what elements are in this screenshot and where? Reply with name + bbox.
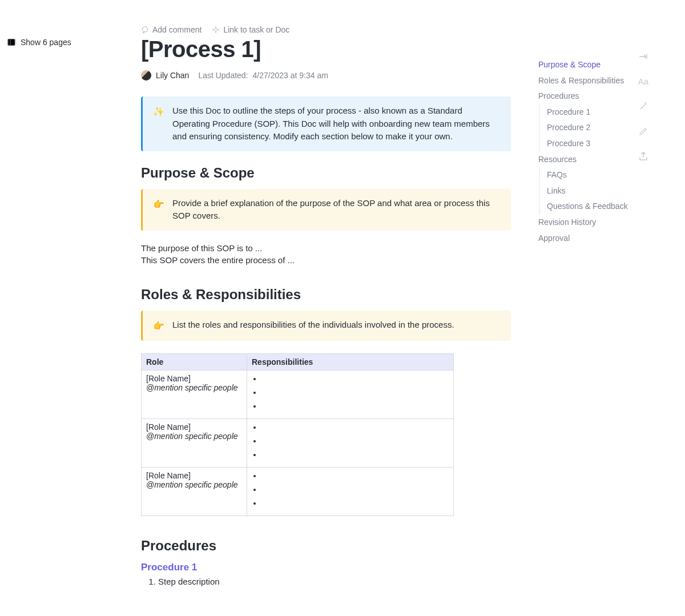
- outline-resources[interactable]: Resources: [538, 152, 627, 168]
- mention-cell: @mention specific people: [146, 480, 238, 489]
- role-name-cell: [Role Name]: [146, 374, 242, 383]
- outline-links[interactable]: Links: [539, 183, 627, 199]
- intro-callout-text: Use this Doc to outline the steps of you…: [172, 104, 501, 143]
- author-name[interactable]: Lily Chan: [156, 71, 189, 80]
- edit-icon[interactable]: [638, 126, 648, 136]
- purpose-heading[interactable]: Purpose & Scope: [141, 165, 511, 181]
- table-row[interactable]: [Role Name] @mention specific people: [142, 468, 454, 516]
- link-doc-label: Link to task or Doc: [223, 25, 289, 34]
- outline-purpose[interactable]: Purpose & Scope: [538, 57, 627, 73]
- outline-questions[interactable]: Questions & Feedback: [539, 199, 627, 215]
- svg-point-2: [142, 27, 147, 32]
- document-main: Add comment Link to task or Doc [Process…: [141, 0, 511, 586]
- resp-list: [262, 374, 449, 415]
- th-resp: Responsibilities: [247, 354, 454, 371]
- outline-nav: Purpose & Scope Roles & Responsibilities…: [538, 57, 627, 246]
- role-name-cell: [Role Name]: [146, 471, 242, 480]
- sparkles-icon: ✨: [153, 104, 164, 143]
- roles-callout-text: List the roles and responsibilities of t…: [172, 319, 501, 333]
- icon-rail: Aa: [638, 51, 648, 162]
- mention-cell: @mention specific people: [146, 383, 238, 392]
- comment-icon: [141, 26, 149, 34]
- outline-procedure-1[interactable]: Procedure 1: [539, 104, 627, 120]
- th-role: Role: [142, 354, 247, 371]
- purpose-line-2[interactable]: This SOP covers the entire process of ..…: [141, 255, 511, 265]
- updated-label: Last Updated:: [198, 71, 248, 80]
- svg-line-5: [640, 103, 646, 110]
- outline-procedure-2[interactable]: Procedure 2: [539, 120, 627, 136]
- purpose-callout[interactable]: 👉 Provide a brief explanation of the pur…: [141, 189, 511, 231]
- add-comment-button[interactable]: Add comment: [141, 25, 202, 34]
- purpose-callout-text: Provide a brief explanation of the purpo…: [172, 197, 501, 223]
- step-item[interactable]: Step description: [158, 577, 511, 586]
- page-title[interactable]: [Process 1]: [141, 37, 511, 62]
- add-comment-label: Add comment: [152, 25, 202, 34]
- updated-value: 4/27/2023 at 9:34 am: [253, 71, 328, 80]
- role-name-cell: [Role Name]: [146, 422, 242, 432]
- roles-callout[interactable]: 👉 List the roles and responsibilities of…: [141, 311, 511, 341]
- outline-procedures[interactable]: Procedures: [538, 88, 627, 104]
- show-pages-button[interactable]: Show 6 pages: [7, 38, 71, 47]
- outline-roles[interactable]: Roles & Responsibilities: [538, 73, 627, 89]
- link-doc-button[interactable]: Link to task or Doc: [212, 25, 289, 34]
- table-row[interactable]: [Role Name] @mention specific people: [142, 419, 454, 468]
- procedure-steps[interactable]: Step description: [158, 577, 511, 586]
- table-row[interactable]: [Role Name] @mention specific people: [142, 371, 454, 419]
- sidebar-icon: [7, 38, 16, 47]
- avatar[interactable]: [141, 70, 151, 80]
- font-size-icon[interactable]: Aa: [638, 77, 648, 86]
- pointing-icon: 👉: [153, 319, 164, 333]
- share-icon[interactable]: [638, 151, 648, 162]
- link-sparkle-icon: [212, 26, 220, 34]
- width-icon[interactable]: [638, 51, 648, 62]
- purpose-line-1[interactable]: The purpose of this SOP is to ...: [141, 243, 511, 253]
- outline-faqs[interactable]: FAQs: [539, 167, 627, 183]
- mention-cell: @mention specific people: [146, 432, 238, 441]
- magic-wand-icon[interactable]: [638, 101, 648, 111]
- outline-procedure-3[interactable]: Procedure 3: [539, 136, 627, 152]
- resp-list: [262, 422, 449, 464]
- roles-table[interactable]: Role Responsibilities [Role Name] @menti…: [141, 353, 454, 516]
- intro-callout[interactable]: ✨ Use this Doc to outline the steps of y…: [141, 96, 511, 151]
- pointing-icon: 👉: [153, 197, 164, 223]
- outline-revision[interactable]: Revision History: [538, 215, 627, 231]
- procedure-1-heading[interactable]: Procedure 1: [141, 562, 511, 573]
- outline-approval[interactable]: Approval: [538, 231, 627, 247]
- svg-line-6: [644, 102, 646, 103]
- resp-list: [262, 471, 449, 512]
- doc-toolbar: Add comment Link to task or Doc: [141, 25, 511, 34]
- show-pages-label: Show 6 pages: [21, 38, 71, 47]
- roles-heading[interactable]: Roles & Responsibilities: [141, 287, 511, 303]
- byline: Lily Chan Last Updated: 4/27/2023 at 9:3…: [141, 70, 511, 80]
- svg-rect-0: [8, 39, 15, 46]
- procedures-heading[interactable]: Procedures: [141, 538, 511, 554]
